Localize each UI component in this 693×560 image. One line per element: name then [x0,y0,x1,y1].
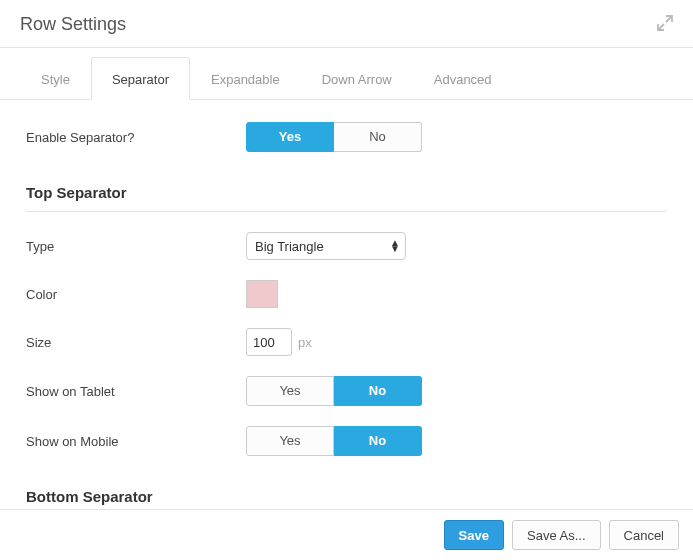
tab-separator[interactable]: Separator [91,57,190,100]
section-top-separator: Top Separator [0,162,693,222]
tablet-no-button[interactable]: No [334,376,422,406]
tablet-yes-button[interactable]: Yes [246,376,334,406]
tab-expandable[interactable]: Expandable [190,57,301,100]
size-input[interactable] [246,328,292,356]
expand-icon[interactable] [657,15,673,34]
tab-bar: Style Separator Expandable Down Arrow Ad… [0,56,693,100]
label-show-mobile: Show on Mobile [26,434,246,449]
label-enable-separator: Enable Separator? [26,130,246,145]
label-type: Type [26,239,246,254]
toggle-show-mobile: Yes No [246,426,422,456]
label-show-tablet: Show on Tablet [26,384,246,399]
mobile-no-button[interactable]: No [334,426,422,456]
enable-yes-button[interactable]: Yes [246,122,334,152]
color-swatch[interactable] [246,280,278,308]
cancel-button[interactable]: Cancel [609,520,679,550]
toggle-enable-separator: Yes No [246,122,422,152]
save-as-button[interactable]: Save As... [512,520,601,550]
section-title-top: Top Separator [26,184,667,212]
tab-style[interactable]: Style [20,57,91,100]
row-color: Color [0,270,693,318]
row-size: Size px [0,318,693,366]
mobile-yes-button[interactable]: Yes [246,426,334,456]
row-type: Type Big Triangle ▲▼ [0,222,693,270]
section-title-bottom: Bottom Separator [26,488,667,510]
enable-no-button[interactable]: No [334,122,422,152]
row-show-mobile: Show on Mobile Yes No [0,416,693,466]
toggle-show-tablet: Yes No [246,376,422,406]
type-select[interactable]: Big Triangle [246,232,406,260]
label-color: Color [26,287,246,302]
label-size: Size [26,335,246,350]
tab-advanced[interactable]: Advanced [413,57,513,100]
section-bottom-separator: Bottom Separator [0,466,693,510]
row-show-tablet: Show on Tablet Yes No [0,366,693,416]
dialog-title: Row Settings [20,14,126,35]
dialog-footer: Save Save As... Cancel [0,509,693,560]
content-scroll[interactable]: Enable Separator? Yes No Top Separator T… [0,100,693,510]
size-unit: px [298,335,312,350]
save-button[interactable]: Save [444,520,504,550]
tab-down-arrow[interactable]: Down Arrow [301,57,413,100]
row-enable-separator: Enable Separator? Yes No [0,100,693,162]
dialog-header: Row Settings [0,0,693,48]
